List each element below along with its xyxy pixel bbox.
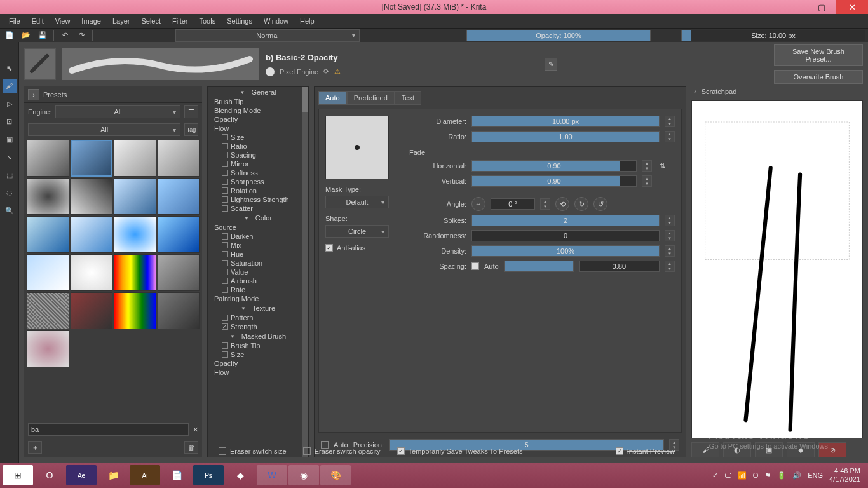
spikes-spinner[interactable]: ▲▼ (665, 215, 675, 226)
menu-edit[interactable]: Edit (27, 16, 49, 26)
task-inkscape-icon[interactable]: ◆ (225, 465, 255, 485)
opacity-slider[interactable]: Opacity: 100% (466, 30, 651, 41)
undo-icon[interactable]: ↶ (58, 30, 72, 41)
save-new-preset-button[interactable]: Save New Brush Preset... (774, 44, 863, 66)
menu-select[interactable]: Select (136, 16, 166, 26)
line-tool-icon[interactable]: ▷ (3, 97, 17, 111)
preset-thumb[interactable] (158, 178, 200, 215)
shape-select[interactable]: Circle (325, 225, 389, 238)
tray-lang[interactable]: ENG (808, 471, 823, 479)
menu-help[interactable]: Help (295, 16, 320, 26)
group-texture[interactable]: Texture (208, 303, 308, 313)
task-explorer-icon[interactable]: 📁 (98, 465, 128, 485)
menu-window[interactable]: Window (259, 16, 294, 26)
tray-battery-icon[interactable]: 🔋 (777, 471, 786, 480)
ratio-spinner[interactable]: ▲▼ (665, 131, 675, 142)
tray-screen-icon[interactable]: 🖵 (724, 471, 731, 479)
angle-spinner[interactable]: ▲▼ (540, 198, 550, 210)
scratch-fill-icon[interactable]: ◆ (787, 442, 815, 458)
param-value[interactable]: Value (208, 268, 308, 276)
param-saturation[interactable]: Saturation (208, 259, 308, 268)
preset-thumb[interactable] (27, 330, 69, 367)
angle-dial-icon[interactable]: ↔ (471, 197, 485, 211)
preset-thumb[interactable] (158, 216, 200, 253)
group-general[interactable]: General (208, 87, 308, 97)
tab-predefined[interactable]: Predefined (347, 91, 395, 105)
tag-filter-select[interactable]: All (28, 123, 180, 136)
param-airbrush[interactable]: Airbrush (208, 276, 308, 285)
minimize-button[interactable]: — (778, 0, 807, 14)
angle-reset-icon[interactable]: ⟲ (555, 197, 569, 211)
scratch-clear-icon[interactable]: ⊘ (818, 442, 846, 458)
param-scatter[interactable]: Scatter (208, 204, 308, 213)
preset-thumb[interactable] (71, 292, 113, 329)
param-rate[interactable]: Rate (208, 285, 308, 294)
angle-cw-icon[interactable]: ↻ (574, 197, 588, 211)
scratch-brush-icon[interactable]: 🖌 (691, 442, 719, 458)
gradient-tool-icon[interactable]: ▣ (3, 132, 17, 146)
tray-flag-icon[interactable]: ⚑ (764, 471, 771, 480)
diameter-spinner[interactable]: ▲▼ (665, 116, 675, 127)
preset-thumb[interactable] (158, 254, 200, 291)
outline-select-icon[interactable]: ◌ (3, 186, 17, 200)
angle-input[interactable]: 0 ° (491, 198, 535, 210)
param-mix[interactable]: Mix (208, 241, 308, 250)
param-painting-mode[interactable]: Painting Mode (208, 294, 308, 303)
diameter-slider[interactable]: 10.00 px (471, 116, 660, 127)
picker-tool-icon[interactable]: ↘ (3, 150, 17, 164)
randomness-spinner[interactable]: ▲▼ (665, 230, 675, 241)
preset-thumb[interactable] (114, 292, 156, 329)
preset-thumb[interactable] (114, 216, 156, 253)
param-darken[interactable]: Darken (208, 232, 308, 241)
param-m-size[interactable]: Size (208, 350, 308, 359)
param-m-brushtip[interactable]: Brush Tip (208, 341, 308, 350)
task-opera-icon[interactable]: O (34, 465, 65, 485)
eraser-opacity-checkbox[interactable] (303, 447, 311, 455)
preset-thumb[interactable] (27, 140, 69, 177)
reload-icon[interactable]: ⟳ (323, 67, 329, 76)
task-krita-icon[interactable]: 🎨 (320, 465, 351, 485)
menu-tools[interactable]: Tools (194, 16, 221, 26)
tag-button[interactable]: Tag (184, 123, 198, 136)
preset-thumb[interactable] (71, 254, 113, 291)
spacing-value[interactable]: 0.80 (579, 261, 660, 272)
zoom-tool-icon[interactable]: 🔍 (3, 203, 17, 217)
tab-auto[interactable]: Auto (318, 91, 347, 105)
param-m-opacity[interactable]: Opacity (208, 359, 308, 368)
preset-thumb[interactable] (27, 216, 69, 253)
engine-options-icon[interactable]: ☰ (184, 105, 198, 118)
angle-ccw-icon[interactable]: ↺ (593, 197, 607, 211)
density-spinner[interactable]: ▲▼ (665, 245, 675, 257)
overwrite-brush-button[interactable]: Overwrite Brush (774, 70, 863, 84)
preset-search-input[interactable] (28, 423, 189, 436)
redo-icon[interactable]: ↷ (74, 30, 88, 41)
rect-select-icon[interactable]: ⬚ (3, 168, 17, 182)
task-ai-icon[interactable]: Ai (130, 465, 160, 485)
spacing-slider[interactable] (504, 261, 574, 272)
preset-thumb[interactable] (27, 178, 69, 215)
scratch-gradient-icon[interactable]: ◐ (723, 442, 751, 458)
param-strength[interactable]: Strength (208, 322, 308, 331)
tab-text[interactable]: Text (395, 91, 421, 105)
add-preset-icon[interactable]: ＋ (28, 441, 42, 454)
preset-thumb[interactable] (158, 292, 200, 329)
preset-thumb[interactable] (71, 178, 113, 215)
move-tool-icon[interactable]: ⬉ (3, 61, 17, 75)
temp-save-checkbox[interactable] (397, 447, 405, 455)
param-blending-mode[interactable]: Blending Mode (208, 106, 308, 115)
mask-type-select[interactable]: Default (325, 196, 389, 208)
scratch-layer-icon[interactable]: ▣ (755, 442, 783, 458)
menu-filter[interactable]: Filter (167, 16, 193, 26)
vertical-spinner[interactable]: ▲▼ (642, 175, 652, 187)
link-fade-icon[interactable]: ⇅ (660, 162, 665, 170)
task-ps-icon[interactable]: Ps (193, 465, 224, 485)
param-softness[interactable]: Softness (208, 168, 308, 177)
collapse-presets-icon[interactable]: › (28, 89, 39, 100)
param-size[interactable]: Size (208, 133, 308, 142)
ratio-slider[interactable]: 1.00 (471, 131, 660, 142)
menu-image[interactable]: Image (76, 16, 106, 26)
menu-settings[interactable]: Settings (222, 16, 257, 26)
open-file-icon[interactable]: 📂 (19, 30, 33, 41)
task-app-icon[interactable]: ◉ (288, 465, 319, 485)
delete-preset-icon[interactable]: 🗑 (184, 441, 198, 454)
